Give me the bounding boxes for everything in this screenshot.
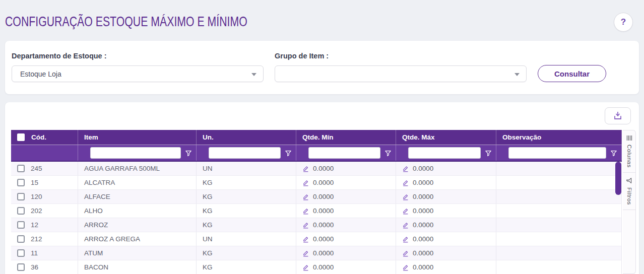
item-name: ATUM: [84, 249, 103, 257]
edit-icon[interactable]: [402, 250, 409, 257]
item-unit: KG: [203, 179, 213, 186]
filter-panel: Departamento de Estoque : Estoque Loja G…: [5, 41, 639, 94]
item-name: BACON: [84, 263, 108, 271]
filters-tab[interactable]: Filtros: [623, 173, 635, 210]
qty-max-value[interactable]: 0.0000: [413, 249, 433, 257]
item-name: ARROZ A GREGA: [84, 235, 140, 243]
column-header-un[interactable]: Un.: [203, 133, 214, 141]
table-row[interactable]: 245 AGUA GARRAFA 500ML UN 0.0000 0.0000: [11, 162, 622, 176]
table-row[interactable]: 120 ALFACE KG 0.0000 0.0000: [11, 190, 622, 204]
item-name: ARROZ: [84, 221, 108, 229]
row-checkbox[interactable]: [17, 207, 25, 215]
department-select-value: Estoque Loja: [20, 70, 61, 78]
row-checkbox[interactable]: [17, 221, 25, 229]
row-checkbox[interactable]: [17, 193, 25, 200]
qty-min-value[interactable]: 0.0000: [313, 263, 334, 271]
column-header-qty-min[interactable]: Qtde. Mín: [302, 133, 334, 141]
consult-button[interactable]: Consultar: [538, 65, 606, 82]
row-checkbox[interactable]: [17, 165, 25, 172]
item-name: ALFACE: [84, 193, 110, 200]
filter-funnel-icon[interactable]: [181, 150, 196, 157]
edit-icon[interactable]: [302, 208, 309, 215]
table-row[interactable]: 202 ALHO KG 0.0000 0.0000: [11, 204, 622, 218]
edit-icon[interactable]: [302, 236, 309, 243]
table-body: 245 AGUA GARRAFA 500ML UN 0.0000 0.0000: [11, 162, 622, 274]
help-button[interactable]: ?: [614, 13, 633, 32]
qty-max-value[interactable]: 0.0000: [413, 179, 433, 186]
table-row[interactable]: 36 BACON KG 0.0000 0.0000: [11, 260, 622, 274]
column-header-code[interactable]: Cód.: [31, 133, 46, 141]
qty-min-value[interactable]: 0.0000: [313, 249, 334, 257]
filter-funnel-icon[interactable]: [380, 150, 396, 157]
filter-funnel-icon[interactable]: [606, 150, 621, 157]
item-code: 245: [31, 165, 42, 172]
side-tab-strip: Colunas Filtros: [623, 130, 636, 274]
un-filter-input[interactable]: [209, 147, 281, 159]
row-checkbox[interactable]: [17, 235, 25, 243]
columns-tab[interactable]: Colunas: [623, 130, 635, 173]
table-row[interactable]: 12 ARROZ KG 0.0000 0.0000: [11, 218, 622, 232]
edit-icon[interactable]: [402, 264, 409, 271]
table-header-row: Cód. Item Un. Qtde. Mín Qtde. Máx Observ…: [11, 130, 622, 145]
edit-icon[interactable]: [302, 250, 309, 257]
filter-funnel-icon[interactable]: [281, 150, 296, 157]
item-name: ALCATRA: [84, 179, 115, 186]
qty-max-filter-input[interactable]: [408, 147, 481, 159]
qty-max-value[interactable]: 0.0000: [413, 165, 433, 172]
item-unit: UN: [203, 165, 213, 172]
row-checkbox[interactable]: [17, 179, 25, 186]
edit-icon[interactable]: [302, 264, 309, 271]
item-filter-input[interactable]: [90, 147, 181, 159]
stock-table: Cód. Item Un. Qtde. Mín Qtde. Máx Observ…: [11, 130, 622, 274]
qty-min-value[interactable]: 0.0000: [313, 179, 334, 186]
item-code: 36: [31, 263, 38, 271]
qty-max-value[interactable]: 0.0000: [413, 263, 433, 271]
qty-min-value[interactable]: 0.0000: [313, 165, 334, 172]
row-checkbox[interactable]: [17, 249, 25, 257]
vertical-scrollbar-thumb[interactable]: [615, 162, 621, 195]
qty-min-value[interactable]: 0.0000: [313, 207, 334, 215]
table-row[interactable]: 212 ARROZ A GREGA UN 0.0000 0.0000: [11, 232, 622, 246]
item-code: 12: [31, 221, 38, 229]
edit-icon[interactable]: [302, 179, 309, 186]
edit-icon[interactable]: [302, 222, 309, 229]
columns-icon: [626, 135, 632, 141]
edit-icon[interactable]: [302, 193, 309, 200]
table-row[interactable]: 11 ATUM KG 0.0000 0.0000: [11, 246, 622, 260]
department-label: Departamento de Estoque :: [12, 52, 107, 60]
chevron-down-icon: [251, 73, 256, 76]
grid-panel: Cód. Item Un. Qtde. Mín Qtde. Máx Observ…: [5, 102, 639, 274]
qty-min-value[interactable]: 0.0000: [313, 193, 334, 200]
edit-icon[interactable]: [402, 236, 409, 243]
export-button[interactable]: [605, 107, 631, 124]
item-unit: KG: [203, 193, 213, 200]
row-checkbox[interactable]: [17, 263, 25, 271]
column-header-item[interactable]: Item: [84, 133, 98, 141]
qty-min-filter-input[interactable]: [308, 147, 380, 159]
item-code: 212: [31, 235, 42, 243]
filter-funnel-icon: [626, 177, 632, 184]
qty-min-value[interactable]: 0.0000: [313, 235, 334, 243]
item-unit: KG: [203, 221, 213, 229]
edit-icon[interactable]: [302, 165, 309, 172]
item-code: 202: [31, 207, 42, 215]
column-header-observation[interactable]: Observação: [502, 133, 541, 141]
filter-funnel-icon[interactable]: [481, 150, 496, 157]
edit-icon[interactable]: [402, 222, 409, 229]
edit-icon[interactable]: [402, 193, 409, 200]
qty-max-value[interactable]: 0.0000: [413, 207, 433, 215]
observation-filter-input[interactable]: [508, 147, 606, 159]
qty-max-value[interactable]: 0.0000: [413, 193, 433, 200]
edit-icon[interactable]: [402, 179, 409, 186]
qty-max-value[interactable]: 0.0000: [413, 221, 433, 229]
item-unit: KG: [203, 249, 213, 257]
column-header-qty-max[interactable]: Qtde. Máx: [402, 133, 435, 141]
qty-max-value[interactable]: 0.0000: [413, 235, 433, 243]
edit-icon[interactable]: [402, 208, 409, 215]
group-select[interactable]: [275, 65, 527, 82]
department-select[interactable]: Estoque Loja: [12, 65, 264, 82]
edit-icon[interactable]: [402, 165, 409, 172]
table-row[interactable]: 15 ALCATRA KG 0.0000 0.0000: [11, 176, 622, 190]
qty-min-value[interactable]: 0.0000: [313, 221, 334, 229]
select-all-checkbox[interactable]: [17, 133, 25, 141]
